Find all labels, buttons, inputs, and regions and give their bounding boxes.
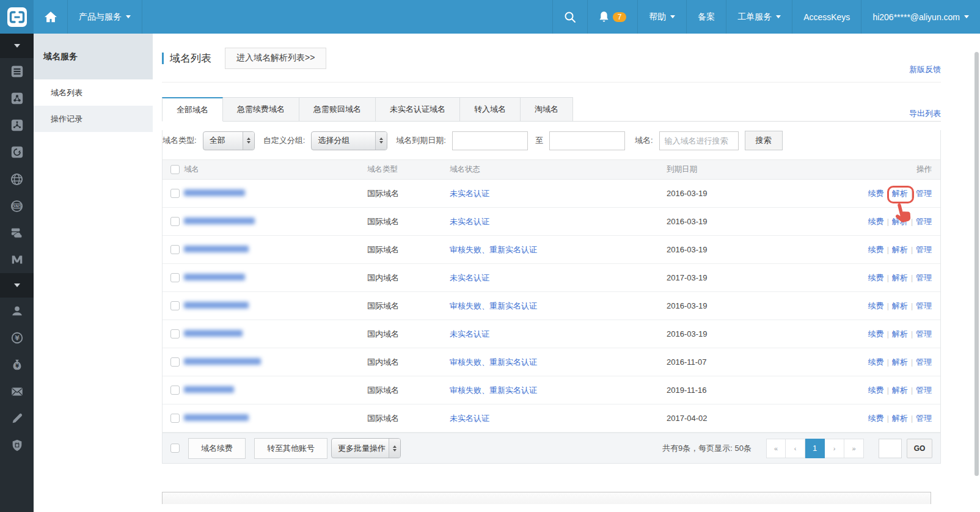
tab-transfer-in[interactable]: 转入域名 bbox=[460, 97, 521, 122]
action-renew-link[interactable]: 续费 bbox=[868, 414, 884, 423]
expire-to-input[interactable] bbox=[549, 131, 625, 150]
domain-name-redacted[interactable] bbox=[184, 358, 261, 365]
action-renew-link[interactable]: 续费 bbox=[868, 357, 884, 367]
subnav-item-domain-list[interactable]: 域名列表 bbox=[34, 79, 153, 106]
enter-dns-list-button[interactable]: 进入域名解析列表>> bbox=[225, 48, 326, 69]
pagination-last-button[interactable]: » bbox=[844, 439, 864, 458]
custom-group-select[interactable]: 选择分组 bbox=[311, 131, 387, 150]
row-checkbox[interactable] bbox=[170, 386, 180, 395]
domain-name-redacted[interactable] bbox=[184, 330, 243, 337]
rail-collapse-toggle[interactable] bbox=[0, 273, 34, 298]
domain-name-redacted[interactable] bbox=[184, 302, 249, 309]
batch-renew-button[interactable]: 域名续费 bbox=[188, 438, 246, 459]
action-resolve-link[interactable]: 解析 bbox=[892, 217, 908, 226]
sidebar-item-security[interactable] bbox=[0, 432, 34, 459]
domain-name-redacted[interactable] bbox=[184, 218, 255, 224]
row-checkbox[interactable] bbox=[170, 357, 180, 367]
action-renew-link[interactable]: 续费 bbox=[868, 217, 884, 226]
tab-redemption-needed[interactable]: 急需赎回域名 bbox=[299, 97, 376, 122]
action-renew-link[interactable]: 续费 bbox=[868, 273, 884, 282]
domain-status-link[interactable]: 未实名认证 bbox=[450, 329, 489, 338]
row-checkbox[interactable] bbox=[170, 217, 180, 226]
page-jump-input[interactable] bbox=[879, 439, 902, 458]
vertical-scrollbar[interactable] bbox=[975, 52, 979, 476]
action-manage-link[interactable]: 管理 bbox=[916, 386, 932, 395]
sidebar-item-funds[interactable]: ¥ bbox=[0, 351, 34, 378]
products-menu[interactable]: 产品与服务 bbox=[68, 0, 142, 34]
subnav-item-operation-log[interactable]: 操作记录 bbox=[34, 106, 153, 132]
action-resolve-link[interactable]: 解析 bbox=[892, 357, 908, 367]
sidebar-item-feedback[interactable] bbox=[0, 405, 34, 432]
domain-status-link[interactable]: 未实名认证 bbox=[450, 217, 489, 226]
action-manage-link[interactable]: 管理 bbox=[916, 414, 932, 423]
action-resolve-link[interactable]: 解析 bbox=[892, 386, 908, 395]
sidebar-item-ecs[interactable] bbox=[0, 58, 34, 85]
sidebar-item-rds[interactable] bbox=[0, 139, 34, 166]
row-checkbox[interactable] bbox=[170, 329, 180, 338]
domain-status-link[interactable]: 审核失败、重新实名认证 bbox=[450, 357, 537, 367]
domain-status-link[interactable]: 未实名认证 bbox=[450, 273, 489, 282]
action-manage-link[interactable]: 管理 bbox=[916, 357, 932, 367]
sidebar-item-storage[interactable] bbox=[0, 219, 34, 246]
account-menu[interactable]: hi206*****@aliyun.com bbox=[861, 0, 980, 34]
home-button[interactable] bbox=[34, 0, 67, 34]
action-manage-link[interactable]: 管理 bbox=[916, 217, 932, 226]
action-resolve-link[interactable]: 解析 bbox=[892, 273, 908, 282]
domain-type-select[interactable]: 全部 bbox=[203, 131, 255, 150]
domain-name-redacted[interactable] bbox=[184, 189, 245, 196]
action-renew-link[interactable]: 续费 bbox=[868, 301, 884, 310]
tab-renewal-needed[interactable]: 急需续费域名 bbox=[223, 97, 299, 122]
sidebar-item-cdn[interactable] bbox=[0, 112, 34, 139]
domain-name-redacted[interactable] bbox=[184, 386, 234, 393]
search-button[interactable] bbox=[553, 0, 587, 34]
icp-filing-link[interactable]: 备案 bbox=[687, 0, 726, 34]
action-manage-link[interactable]: 管理 bbox=[916, 245, 932, 254]
domain-status-link[interactable]: 审核失败、重新实名认证 bbox=[450, 386, 537, 395]
domain-name-redacted[interactable] bbox=[184, 274, 245, 280]
action-manage-link[interactable]: 管理 bbox=[916, 301, 932, 310]
go-button[interactable]: GO bbox=[907, 439, 932, 458]
domain-status-link[interactable]: 未实名认证 bbox=[450, 414, 489, 423]
action-renew-link[interactable]: 续费 bbox=[868, 189, 884, 198]
sidebar-item-slb[interactable] bbox=[0, 85, 34, 112]
row-checkbox[interactable] bbox=[170, 245, 180, 254]
ticket-menu[interactable]: 工单服务 bbox=[726, 0, 792, 34]
accesskeys-link[interactable]: AccessKeys bbox=[792, 0, 861, 34]
domain-name-redacted[interactable] bbox=[184, 414, 249, 421]
select-all-checkbox[interactable] bbox=[170, 165, 180, 174]
tab-all-domains[interactable]: 全部域名 bbox=[162, 97, 223, 122]
action-resolve-link[interactable]: 解析 bbox=[892, 189, 908, 198]
tab-unverified[interactable]: 未实名认证域名 bbox=[376, 97, 460, 122]
batch-select-checkbox[interactable] bbox=[170, 444, 180, 453]
pagination-page-1[interactable]: 1 bbox=[805, 439, 825, 458]
sidebar-item-billing[interactable]: ¥ bbox=[0, 324, 34, 351]
rail-collapse-toggle[interactable] bbox=[0, 34, 34, 58]
action-manage-link[interactable]: 管理 bbox=[916, 329, 932, 338]
domain-status-link[interactable]: 审核失败、重新实名认证 bbox=[450, 245, 537, 254]
search-button[interactable]: 搜索 bbox=[745, 131, 783, 150]
action-renew-link[interactable]: 续费 bbox=[868, 245, 884, 254]
export-list-link[interactable]: 导出列表 bbox=[909, 108, 941, 119]
action-resolve-link[interactable]: 解析 bbox=[892, 329, 908, 338]
action-manage-link[interactable]: 管理 bbox=[916, 273, 932, 282]
sidebar-item-mq[interactable] bbox=[0, 246, 34, 273]
action-renew-link[interactable]: 续费 bbox=[868, 329, 884, 338]
sidebar-item-messages[interactable] bbox=[0, 378, 34, 405]
row-checkbox[interactable] bbox=[170, 414, 180, 423]
batch-transfer-button[interactable]: 转至其他账号 bbox=[254, 438, 327, 459]
notifications-button[interactable]: 7 bbox=[588, 0, 637, 34]
action-manage-link[interactable]: 管理 bbox=[916, 189, 932, 198]
sidebar-item-user-center[interactable] bbox=[0, 298, 34, 324]
aliyun-logo[interactable] bbox=[0, 0, 34, 34]
sidebar-item-dns[interactable]: DNS bbox=[0, 192, 34, 219]
domain-name-redacted[interactable] bbox=[184, 246, 249, 252]
more-batch-actions-select[interactable]: 更多批量操作 bbox=[331, 438, 401, 458]
domain-search-input[interactable] bbox=[659, 131, 739, 150]
row-checkbox[interactable] bbox=[170, 273, 180, 282]
action-resolve-link[interactable]: 解析 bbox=[892, 245, 908, 254]
action-resolve-link[interactable]: 解析 bbox=[892, 301, 908, 310]
row-checkbox[interactable] bbox=[170, 301, 180, 310]
new-version-feedback-link[interactable]: 新版反馈 bbox=[909, 64, 941, 75]
pagination-first-button[interactable]: « bbox=[766, 439, 786, 458]
row-checkbox[interactable] bbox=[170, 189, 180, 198]
